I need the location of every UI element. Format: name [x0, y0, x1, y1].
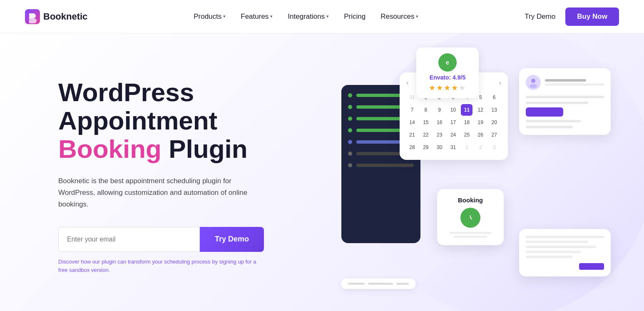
calendar-day[interactable]: 11 — [461, 104, 472, 116]
svg-text:e: e — [446, 59, 449, 66]
chevron-down-icon: ▾ — [270, 14, 273, 19]
hero-content: WordPress Appointment Booking Plugin Boo… — [58, 78, 300, 274]
calendar-day[interactable]: 13 — [488, 104, 500, 116]
navbar: Booknetic Products ▾ Features ▾ Integrat… — [0, 0, 644, 33]
avatar — [526, 75, 541, 90]
calendar-day[interactable]: 28 — [406, 142, 418, 153]
chevron-down-icon: ▾ — [326, 14, 329, 19]
right-panel-card — [519, 68, 611, 135]
calendar-day[interactable]: 2 — [475, 142, 486, 153]
hero-title: WordPress Appointment Booking Plugin — [58, 78, 300, 164]
calendar-day[interactable]: 19 — [475, 117, 486, 128]
email-input[interactable] — [58, 227, 200, 252]
envato-stars: ★★★★★ — [429, 83, 466, 92]
calendar-day[interactable]: 10 — [448, 104, 459, 116]
calendar-day[interactable]: 12 — [475, 104, 486, 116]
calendar-day[interactable]: 14 — [406, 117, 418, 128]
sidebar-bottom-card — [341, 279, 415, 289]
calendar-day[interactable]: 6 — [488, 92, 500, 103]
calendar-day[interactable]: 18 — [461, 117, 472, 128]
calendar-day[interactable]: 7 — [406, 104, 418, 116]
nav-pricing[interactable]: Pricing — [344, 12, 366, 21]
nav-features[interactable]: Features ▾ — [241, 12, 273, 21]
calendar-day[interactable]: 17 — [448, 117, 459, 128]
svg-point-5 — [530, 84, 537, 88]
logo-text: Booknetic — [43, 11, 87, 22]
calendar-day[interactable]: 21 — [406, 129, 418, 141]
dot-icon — [348, 128, 352, 132]
try-demo-button[interactable]: Try Demo — [200, 227, 264, 252]
dot-icon — [348, 152, 352, 156]
dot-icon — [348, 105, 352, 109]
nav-resources[interactable]: Resources ▾ — [380, 12, 418, 21]
calendar-day[interactable]: 8 — [420, 104, 432, 116]
hint-text: Discover how our plugin can transform yo… — [58, 258, 266, 274]
calendar-day[interactable]: 30 — [434, 142, 445, 153]
calendar-day[interactable]: 27 — [488, 129, 500, 141]
hero-description: Booknetic is the best appointment schedu… — [58, 175, 250, 210]
calendar-grid: 3112345678910111213141516171819202122232… — [406, 92, 501, 153]
booking-popup: Booking — [437, 189, 504, 245]
chevron-down-icon: ▾ — [223, 14, 226, 19]
hero-section: WordPress Appointment Booking Plugin Boo… — [0, 33, 644, 311]
email-row: Try Demo — [58, 227, 300, 252]
calendar-day[interactable]: 9 — [434, 104, 445, 116]
calendar-day[interactable]: 24 — [448, 129, 459, 141]
logo[interactable]: Booknetic — [25, 9, 87, 24]
calendar-day[interactable]: 16 — [434, 117, 445, 128]
calendar-day[interactable]: 23 — [434, 129, 445, 141]
dot-icon — [348, 163, 352, 167]
chevron-down-icon: ▾ — [416, 14, 418, 19]
next-month-icon[interactable]: › — [499, 79, 501, 87]
svg-point-4 — [531, 79, 535, 83]
envato-badge: e Envato: 4.9/5 ★★★★★ — [416, 47, 479, 98]
calendar-day[interactable]: 31 — [448, 142, 459, 153]
envato-icon: e — [438, 53, 457, 72]
envato-label: Envato: 4.9/5 — [430, 74, 465, 81]
dot-icon — [348, 117, 352, 121]
buy-now-button[interactable]: Buy Now — [565, 7, 619, 26]
sidebar-row-7 — [348, 163, 414, 167]
calendar-day[interactable]: 26 — [475, 129, 486, 141]
dot-icon — [348, 140, 352, 144]
nav-products[interactable]: Products ▾ — [194, 12, 226, 21]
calendar-day[interactable]: 15 — [420, 117, 432, 128]
calendar-day[interactable]: 20 — [488, 117, 500, 128]
calendar-day[interactable]: 3 — [488, 142, 500, 153]
try-demo-nav-link[interactable]: Try Demo — [525, 12, 555, 21]
booking-label: Booking — [445, 197, 495, 204]
booking-clock-icon — [460, 208, 480, 228]
nav-links: Products ▾ Features ▾ Integrations ▾ Pri… — [194, 12, 418, 21]
calendar-day[interactable]: 29 — [420, 142, 432, 153]
calendar-day[interactable]: 25 — [461, 129, 472, 141]
dot-icon — [348, 93, 352, 97]
prev-month-icon[interactable]: ‹ — [406, 79, 408, 87]
calendar-day[interactable]: 1 — [461, 142, 472, 153]
action-button-decoration — [579, 263, 604, 270]
bottom-right-card — [519, 229, 611, 276]
nav-integrations[interactable]: Integrations ▾ — [288, 12, 329, 21]
hero-illustration: e Envato: 4.9/5 ★★★★★ — [316, 60, 619, 293]
calendar-day[interactable]: 22 — [420, 129, 432, 141]
nav-right: Try Demo Buy Now — [525, 7, 619, 26]
